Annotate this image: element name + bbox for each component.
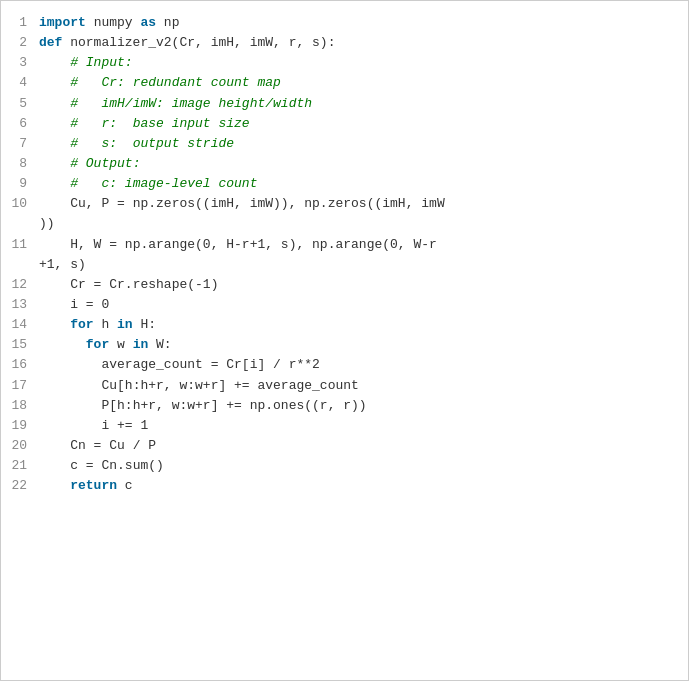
line-number: 12 bbox=[1, 275, 39, 295]
table-row: 4 # Cr: redundant count map bbox=[1, 73, 688, 93]
comment-token: # Input: bbox=[39, 55, 133, 70]
comment-token: # Cr: redundant count map bbox=[39, 75, 281, 90]
comment-token: # s: output stride bbox=[39, 136, 234, 151]
plain-token: Cu, P = np.zeros((imH, imW)), np.zeros((… bbox=[39, 196, 445, 231]
comment-token: # imH/imW: image height/width bbox=[39, 96, 312, 111]
table-row: 6 # r: base input size bbox=[1, 114, 688, 134]
line-number: 2 bbox=[1, 33, 39, 53]
table-row: 13 i = 0 bbox=[1, 295, 688, 315]
table-row: 8 # Output: bbox=[1, 154, 688, 174]
code-line-content: c = Cn.sum() bbox=[39, 456, 688, 476]
code-line-content: i += 1 bbox=[39, 416, 688, 436]
table-row: 19 i += 1 bbox=[1, 416, 688, 436]
code-line-content: import numpy as np bbox=[39, 13, 688, 33]
line-number: 16 bbox=[1, 355, 39, 375]
plain-token bbox=[86, 15, 94, 30]
plain-token: np bbox=[156, 15, 179, 30]
plain-token: normalizer_v2(Cr, imH, imW, r, s): bbox=[62, 35, 335, 50]
plain-token: P[h:h+r, w:w+r] += np.ones((r, r)) bbox=[39, 398, 367, 413]
line-number: 6 bbox=[1, 114, 39, 134]
line-number: 8 bbox=[1, 154, 39, 174]
table-row: 17 Cu[h:h+r, w:w+r] += average_count bbox=[1, 376, 688, 396]
line-number: 14 bbox=[1, 315, 39, 335]
keyword-token: def bbox=[39, 35, 62, 50]
line-number: 13 bbox=[1, 295, 39, 315]
plain-token bbox=[39, 317, 70, 332]
line-number: 4 bbox=[1, 73, 39, 93]
plain-token: Cr = Cr.reshape(-1) bbox=[39, 277, 218, 292]
code-line-content: def normalizer_v2(Cr, imH, imW, r, s): bbox=[39, 33, 688, 53]
table-row: 18 P[h:h+r, w:w+r] += np.ones((r, r)) bbox=[1, 396, 688, 416]
line-number: 21 bbox=[1, 456, 39, 476]
plain-token: c bbox=[117, 478, 133, 493]
line-number: 1 bbox=[1, 13, 39, 33]
line-number: 20 bbox=[1, 436, 39, 456]
table-row: 14 for h in H: bbox=[1, 315, 688, 335]
plain-token: w bbox=[109, 337, 132, 352]
table-row: 3 # Input: bbox=[1, 53, 688, 73]
keyword-token: import bbox=[39, 15, 86, 30]
plain-token: H, W = np.arange(0, H-r+1, s), np.arange… bbox=[39, 237, 437, 272]
plain-token: W: bbox=[148, 337, 171, 352]
line-number: 7 bbox=[1, 134, 39, 154]
code-line-content: P[h:h+r, w:w+r] += np.ones((r, r)) bbox=[39, 396, 688, 416]
code-line-content: for h in H: bbox=[39, 315, 688, 335]
line-number: 5 bbox=[1, 94, 39, 114]
line-number: 9 bbox=[1, 174, 39, 194]
code-line-content: return c bbox=[39, 476, 688, 496]
keyword-token: return bbox=[70, 478, 117, 493]
comment-token: # r: base input size bbox=[39, 116, 250, 131]
code-line-content: Cr = Cr.reshape(-1) bbox=[39, 275, 688, 295]
line-number: 15 bbox=[1, 335, 39, 355]
table-row: 20 Cn = Cu / P bbox=[1, 436, 688, 456]
comment-token: # Output: bbox=[39, 156, 140, 171]
code-line-content: Cu[h:h+r, w:w+r] += average_count bbox=[39, 376, 688, 396]
keyword-token: in bbox=[133, 337, 149, 352]
code-line-content: # r: base input size bbox=[39, 114, 688, 134]
keyword-token: in bbox=[117, 317, 133, 332]
code-line-content: i = 0 bbox=[39, 295, 688, 315]
code-container: 1import numpy as np2def normalizer_v2(Cr… bbox=[0, 0, 689, 681]
line-number: 18 bbox=[1, 396, 39, 416]
plain-token: numpy bbox=[94, 15, 133, 30]
line-number: 3 bbox=[1, 53, 39, 73]
table-row: 2def normalizer_v2(Cr, imH, imW, r, s): bbox=[1, 33, 688, 53]
table-row: 22 return c bbox=[1, 476, 688, 496]
table-row: 16 average_count = Cr[i] / r**2 bbox=[1, 355, 688, 375]
code-line-content: # imH/imW: image height/width bbox=[39, 94, 688, 114]
table-row: 21 c = Cn.sum() bbox=[1, 456, 688, 476]
table-row: 10 Cu, P = np.zeros((imH, imW)), np.zero… bbox=[1, 194, 688, 234]
code-line-content: # Output: bbox=[39, 154, 688, 174]
table-row: 5 # imH/imW: image height/width bbox=[1, 94, 688, 114]
table-row: 11 H, W = np.arange(0, H-r+1, s), np.ara… bbox=[1, 235, 688, 275]
code-line-content: for w in W: bbox=[39, 335, 688, 355]
plain-token: Cu[h:h+r, w:w+r] += average_count bbox=[39, 378, 359, 393]
code-line-content: average_count = Cr[i] / r**2 bbox=[39, 355, 688, 375]
plain-token: i += 1 bbox=[39, 418, 148, 433]
code-table: 1import numpy as np2def normalizer_v2(Cr… bbox=[1, 13, 688, 496]
line-number: 11 bbox=[1, 235, 39, 275]
plain-token bbox=[39, 337, 86, 352]
keyword-token: for bbox=[86, 337, 109, 352]
plain-token: c = Cn.sum() bbox=[39, 458, 164, 473]
table-row: 1import numpy as np bbox=[1, 13, 688, 33]
code-line-content: Cu, P = np.zeros((imH, imW)), np.zeros((… bbox=[39, 194, 688, 234]
plain-token: H: bbox=[133, 317, 156, 332]
code-line-content: # c: image-level count bbox=[39, 174, 688, 194]
plain-token: i = 0 bbox=[39, 297, 109, 312]
comment-token: # c: image-level count bbox=[39, 176, 257, 191]
table-row: 9 # c: image-level count bbox=[1, 174, 688, 194]
line-number: 17 bbox=[1, 376, 39, 396]
plain-token: average_count = Cr[i] / r**2 bbox=[39, 357, 320, 372]
code-line-content: Cn = Cu / P bbox=[39, 436, 688, 456]
keyword-token: for bbox=[70, 317, 93, 332]
line-number: 22 bbox=[1, 476, 39, 496]
table-row: 12 Cr = Cr.reshape(-1) bbox=[1, 275, 688, 295]
table-row: 15 for w in W: bbox=[1, 335, 688, 355]
code-line-content: # Input: bbox=[39, 53, 688, 73]
line-number: 10 bbox=[1, 194, 39, 234]
plain-token: h bbox=[94, 317, 117, 332]
code-line-content: # s: output stride bbox=[39, 134, 688, 154]
code-line-content: # Cr: redundant count map bbox=[39, 73, 688, 93]
line-number: 19 bbox=[1, 416, 39, 436]
